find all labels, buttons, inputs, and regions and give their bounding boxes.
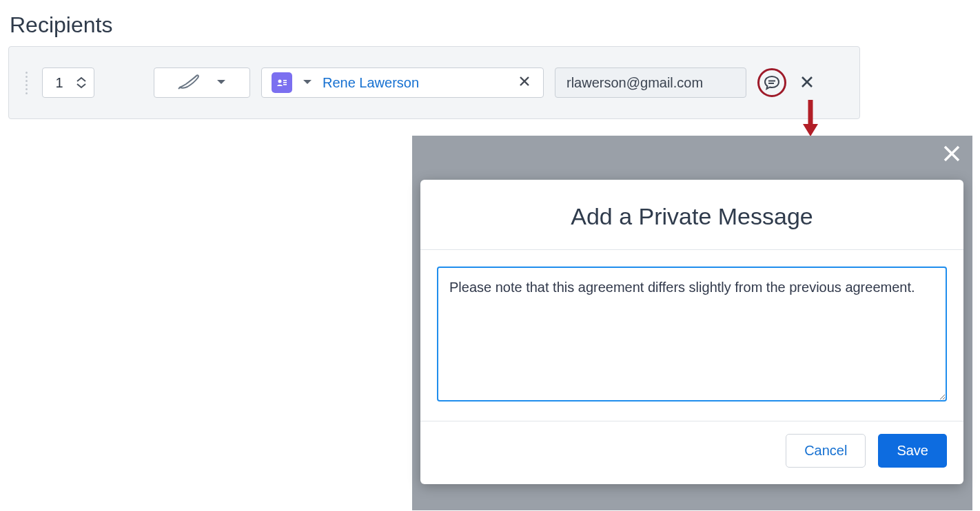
contact-card-icon [272, 72, 292, 93]
drag-handle-icon[interactable] [21, 72, 31, 94]
pen-icon [177, 72, 201, 93]
add-private-message-modal: Add a Private Message Cancel Save [420, 180, 963, 484]
modal-title: Add a Private Message [420, 180, 963, 250]
chevron-down-icon [216, 76, 227, 89]
callout-arrow-icon [800, 98, 821, 139]
save-button[interactable]: Save [878, 434, 947, 468]
stepper-arrows-icon[interactable] [76, 76, 87, 89]
svg-rect-2 [283, 80, 287, 81]
recipient-email-field: rlawerson@gmail.com [555, 67, 746, 98]
recipient-row: 1 Re [8, 46, 860, 119]
section-title: Recipients [0, 0, 980, 42]
clear-name-icon[interactable] [515, 74, 533, 92]
svg-rect-3 [283, 82, 287, 83]
close-modal-icon[interactable] [942, 143, 961, 167]
private-message-button[interactable] [757, 68, 786, 97]
recipient-name: Rene Lawerson [323, 75, 506, 91]
modal-footer: Cancel Save [420, 421, 963, 484]
role-dropdown[interactable] [154, 67, 250, 98]
chevron-down-icon[interactable] [302, 76, 313, 89]
svg-rect-4 [283, 84, 287, 85]
private-message-textarea[interactable] [437, 267, 947, 402]
recipient-name-field[interactable]: Rene Lawerson [261, 67, 544, 98]
recipient-email: rlawerson@gmail.com [566, 75, 703, 91]
remove-recipient-icon[interactable] [797, 72, 817, 94]
cancel-button[interactable]: Cancel [786, 434, 866, 468]
order-stepper[interactable]: 1 [42, 67, 94, 98]
modal-body [420, 250, 963, 421]
order-value: 1 [50, 75, 69, 91]
svg-point-1 [278, 80, 282, 83]
